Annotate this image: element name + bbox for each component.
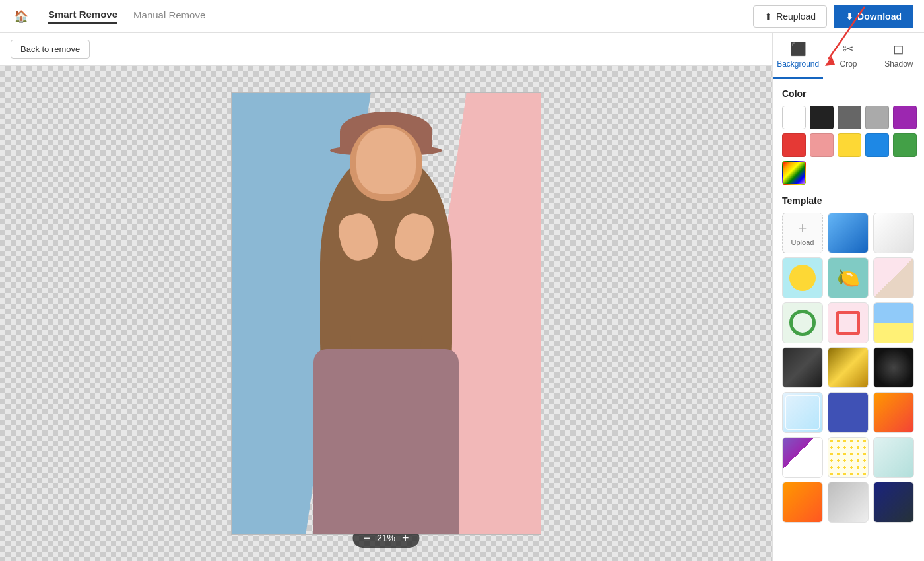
color-yellow[interactable] [838,133,861,157]
canvas-container: − 21% + [0,66,772,561]
color-section-title: Color [782,88,915,99]
color-grid [782,106,915,185]
template-upload[interactable]: + Upload [782,213,823,253]
tab-crop[interactable]: ✂ Crop [823,33,873,79]
template-blue-fade[interactable] [828,213,869,253]
back-to-remove-button[interactable]: Back to remove [11,40,90,59]
template-yellow-stripe[interactable] [873,302,914,343]
color-rainbow[interactable] [782,161,806,185]
color-red[interactable] [782,133,806,157]
home-button[interactable]: 🏠 [11,6,32,27]
color-red-light[interactable] [810,133,834,157]
panel-content: Color Template + Upload [773,79,924,561]
template-teal-drop[interactable] [828,257,869,298]
template-orange-shapes[interactable] [782,482,823,523]
template-dark-vignette[interactable] [873,347,914,388]
template-white-grad[interactable] [873,213,914,253]
canvas-toolbar: Back to remove [0,33,772,66]
color-white[interactable] [782,106,806,129]
right-panel: ⬛ Background ✂ Crop ◻ Shadow Color [772,33,924,561]
template-yellow-circle[interactable] [782,257,823,298]
download-button[interactable]: ⬇ Download [834,5,913,28]
reupload-icon: ⬆ [764,11,772,22]
upload-label: Upload [791,238,814,246]
zoom-level: 21% [377,533,395,543]
tab-smart-remove[interactable]: Smart Remove [48,9,117,24]
hand-right [391,210,438,264]
color-purple[interactable] [893,106,917,129]
template-gold-texture[interactable] [828,347,869,388]
person-body [280,105,492,534]
person-hands [337,214,436,267]
main-layout: Back to remove [0,33,924,561]
color-blue[interactable] [865,133,889,157]
red-square-shape [836,311,860,335]
header-actions: ⬆ Reupload ⬇ Download [753,5,913,28]
color-green[interactable] [893,133,917,157]
person-figure [232,93,541,534]
color-black[interactable] [810,106,834,129]
panel-tabs: ⬛ Background ✂ Crop ◻ Shadow [773,33,924,79]
tab-manual-remove[interactable]: Manual Remove [133,9,205,23]
image-canvas [231,92,541,535]
template-frost[interactable] [782,392,823,433]
template-orange-grad[interactable] [873,392,914,433]
template-green-ring[interactable] [782,302,823,343]
template-dark-fabric[interactable] [782,347,823,388]
template-yellow-dots[interactable] [828,437,869,478]
download-icon: ⬇ [845,11,853,22]
template-red-square[interactable] [828,302,869,343]
plus-icon: + [799,220,807,237]
color-gray-dark[interactable] [838,106,861,129]
template-dark-navy[interactable] [873,482,914,523]
template-gray-grad[interactable] [828,482,869,523]
header: 🏠 Smart Remove Manual Remove ⬆ Reupload … [0,0,924,33]
tab-shadow[interactable]: ◻ Shadow [874,33,924,79]
shadow-tab-icon: ◻ [893,41,904,57]
template-pink-diagonal[interactable] [873,257,914,298]
hand-left [335,210,381,264]
canvas-area: Back to remove [0,33,772,561]
person-face [356,128,416,194]
template-mint-geo[interactable] [873,437,914,478]
template-blue-solid[interactable] [828,392,869,433]
tab-background[interactable]: ⬛ Background [773,33,823,79]
ring-shape [789,310,816,336]
crop-tab-icon: ✂ [843,41,854,57]
color-gray-light[interactable] [865,106,889,129]
person-sweater [314,349,459,534]
header-tabs: Smart Remove Manual Remove [48,9,753,24]
template-section-title: Template [782,195,915,206]
template-purple-diag[interactable] [782,437,823,478]
template-grid: + Upload [782,213,915,523]
header-divider [40,7,40,26]
reupload-button[interactable]: ⬆ Reupload [753,5,827,28]
background-tab-icon: ⬛ [790,41,807,57]
